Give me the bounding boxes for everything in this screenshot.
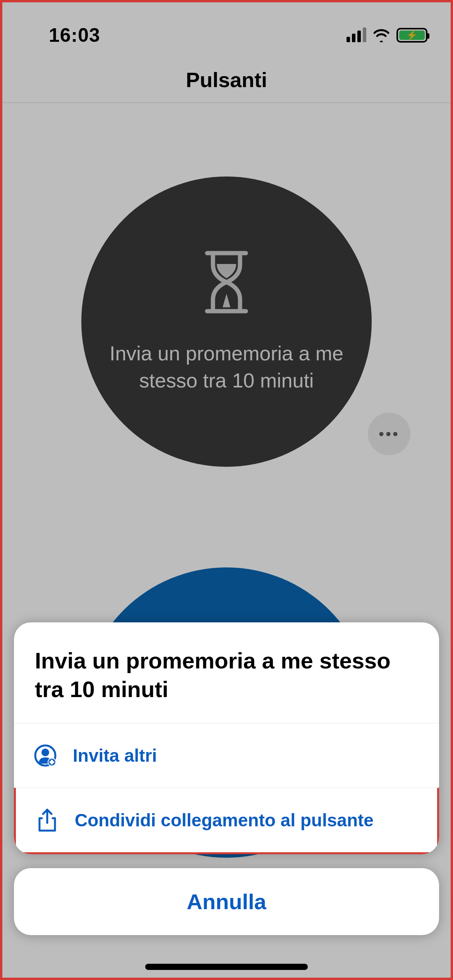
- reminder-flow-label: Invia un promemoria a me stesso tra 10 m…: [108, 340, 345, 394]
- invite-others-row[interactable]: Invita altri: [14, 723, 439, 788]
- status-time: 16:03: [49, 24, 100, 46]
- person-add-icon: [33, 744, 57, 768]
- cancel-button[interactable]: Annulla: [14, 868, 439, 935]
- share-link-label: Condividi collegamento al pulsante: [75, 810, 374, 831]
- share-link-row[interactable]: Condividi collegamento al pulsante: [14, 788, 439, 854]
- reminder-flow-button[interactable]: Invia un promemoria a me stesso tra 10 m…: [81, 176, 372, 467]
- status-bar: 16:03 ⚡: [2, 2, 451, 57]
- battery-charging-icon: ⚡: [396, 28, 427, 43]
- status-indicators: ⚡: [347, 28, 427, 43]
- hourglass-icon: [201, 249, 252, 317]
- svg-point-3: [41, 749, 49, 756]
- nav-header: Pulsanti: [2, 57, 451, 103]
- cellular-signal-icon: [347, 28, 366, 42]
- home-indicator[interactable]: [145, 964, 308, 970]
- page-title: Pulsanti: [186, 68, 267, 92]
- sheet-title: Invia un promemoria a me stesso tra 10 m…: [14, 622, 439, 723]
- invite-others-label: Invita altri: [73, 745, 157, 766]
- action-sheet: Invia un promemoria a me stesso tra 10 m…: [14, 622, 439, 935]
- more-options-button[interactable]: •••: [368, 413, 410, 455]
- ellipsis-icon: •••: [379, 425, 400, 443]
- share-icon: [35, 808, 59, 832]
- svg-rect-7: [50, 761, 54, 763]
- wifi-icon: [372, 28, 390, 42]
